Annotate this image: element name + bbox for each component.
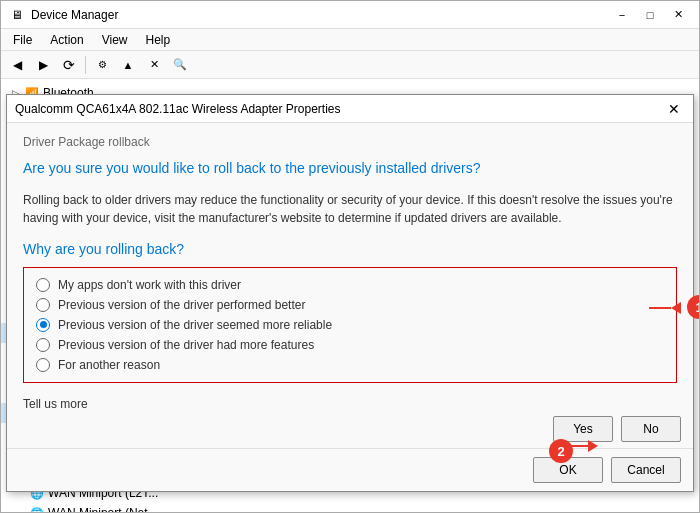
close-button[interactable]: ✕ (665, 5, 691, 25)
radio-option-5[interactable]: For another reason (36, 358, 664, 372)
toolbar-properties[interactable]: ⚙ (90, 54, 114, 76)
tree-label: WAN Miniport (Net... (48, 506, 158, 512)
content-area: ▷ 📶 Bluetooth ▷ 🖥 Computer ▷ 🔒 ControlVa… (1, 79, 699, 512)
window-controls: − □ ✕ (609, 5, 691, 25)
radio-option-1[interactable]: My apps don't work with this driver (36, 278, 664, 292)
radio-label-1: My apps don't work with this driver (58, 278, 241, 292)
menu-view[interactable]: View (94, 31, 136, 49)
dialog-close-button[interactable]: ✕ (663, 100, 685, 118)
menubar: File Action View Help (1, 29, 699, 51)
radio-options-group: My apps don't work with this driver Prev… (23, 267, 677, 383)
dialog-titlebar: Qualcomm QCA61x4A 802.11ac Wireless Adap… (7, 95, 693, 123)
radio-input-5[interactable] (36, 358, 50, 372)
toolbar-refresh[interactable]: ⟳ (57, 54, 81, 76)
radio-option-2[interactable]: Previous version of the driver performed… (36, 298, 664, 312)
tree-item-wan-net[interactable]: 🌐 WAN Miniport (Net... (1, 503, 176, 512)
menu-help[interactable]: Help (138, 31, 179, 49)
radio-label-2: Previous version of the driver performed… (58, 298, 305, 312)
radio-option-4[interactable]: Previous version of the driver had more … (36, 338, 664, 352)
dialog-title: Qualcomm QCA61x4A 802.11ac Wireless Adap… (15, 102, 657, 116)
menu-action[interactable]: Action (42, 31, 91, 49)
device-manager-window: 🖥 Device Manager − □ ✕ File Action View … (0, 0, 700, 513)
radio-label-4: Previous version of the driver had more … (58, 338, 314, 352)
cancel-button[interactable]: Cancel (611, 457, 681, 483)
rollback-title: Driver Package rollback (23, 135, 677, 149)
dialog-content: Driver Package rollback Are you sure you… (7, 123, 693, 410)
window-title: Device Manager (31, 8, 603, 22)
no-button[interactable]: No (621, 416, 681, 442)
radio-label-5: For another reason (58, 358, 160, 372)
radio-input-4[interactable] (36, 338, 50, 352)
toolbar: ◀ ▶ ⟳ ⚙ ▲ ✕ 🔍 (1, 51, 699, 79)
app-icon: 🖥 (9, 7, 25, 23)
toolbar-back[interactable]: ◀ (5, 54, 29, 76)
wan-net-icon: 🌐 (29, 505, 45, 512)
ok-button[interactable]: OK (533, 457, 603, 483)
toolbar-update[interactable]: ▲ (116, 54, 140, 76)
tell-us-more-label: Tell us more (23, 397, 677, 410)
radio-input-3[interactable] (36, 318, 50, 332)
properties-dialog: Qualcomm QCA61x4A 802.11ac Wireless Adap… (6, 94, 694, 492)
maximize-button[interactable]: □ (637, 5, 663, 25)
annotation-arrow-2 (570, 440, 598, 452)
toolbar-uninstall[interactable]: ✕ (142, 54, 166, 76)
minimize-button[interactable]: − (609, 5, 635, 25)
radio-input-1[interactable] (36, 278, 50, 292)
radio-option-3[interactable]: Previous version of the driver seemed mo… (36, 318, 664, 332)
rollback-description: Rolling back to older drivers may reduce… (23, 191, 677, 227)
dialog-footer: OK Cancel (7, 448, 693, 491)
titlebar: 🖥 Device Manager − □ ✕ (1, 1, 699, 29)
menu-file[interactable]: File (5, 31, 40, 49)
why-rolling-back: Why are you rolling back? (23, 241, 677, 257)
toolbar-forward[interactable]: ▶ (31, 54, 55, 76)
annotation-arrow-1 (649, 302, 681, 314)
rollback-question: Are you sure you would like to roll back… (23, 159, 677, 179)
radio-label-3: Previous version of the driver seemed mo… (58, 318, 332, 332)
radio-input-2[interactable] (36, 298, 50, 312)
toolbar-scan[interactable]: 🔍 (168, 54, 192, 76)
